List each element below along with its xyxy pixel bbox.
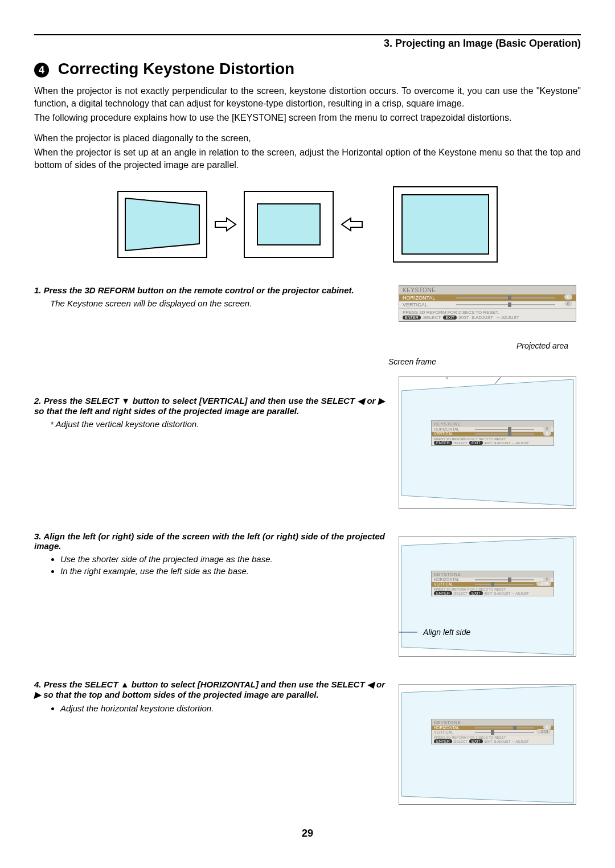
svg-marker-6	[401, 538, 573, 655]
step2-note: * Adjust the vertical keystone distortio…	[50, 419, 385, 429]
step-4: 4. Press the SELECT ▲ button to select […	[34, 679, 581, 805]
keystone-diagram-row	[34, 186, 581, 263]
intro-text: When the projector is not exactly perpen…	[34, 85, 581, 171]
step4-instruction: 4. Press the SELECT ▲ button to select […	[34, 679, 385, 700]
vertical-slider: 0	[453, 302, 572, 307]
page-title: 4 Correcting Keystone Distortion	[34, 60, 581, 78]
header-rule	[34, 34, 581, 35]
step1-note: The Keystone screen will be displayed on…	[50, 298, 385, 308]
mini-menu-step2: KEYSTONE HORIZONTAL 0 VERTICAL 0 PRESS 3…	[431, 420, 554, 446]
mini-menu-step3: KEYSTONE HORIZONTAL 0 VERTICAL -244 PRES…	[431, 571, 554, 596]
svg-marker-2	[402, 195, 489, 254]
label-projected-area: Projected area	[516, 341, 568, 350]
step-2: 2. Press the SELECT ▼ button to select […	[34, 345, 581, 509]
screen-frame-step4: KEYSTONE HORIZONTAL 0 VERTICAL -244 PRES…	[399, 684, 576, 805]
svg-line-5	[495, 377, 519, 384]
step-number-icon: 4	[34, 63, 49, 77]
arrow-left-icon	[341, 216, 363, 233]
intro-p1: When the projector is not exactly perpen…	[34, 85, 581, 109]
menu-title: KEYSTONE	[399, 286, 576, 294]
step3-instruction: 3. Align the left (or right) side of the…	[34, 531, 385, 551]
screen-frame-box: KEYSTONE HORIZONTAL 0 VERTICAL 0 PRESS 3…	[399, 376, 576, 509]
step2-figure: Projected area Screen frame KEYSTONE HOR…	[399, 345, 581, 509]
svg-marker-0	[125, 198, 199, 251]
section-header: 3. Projecting an Image (Basic Operation)	[34, 38, 581, 50]
step2-instruction: 2. Press the SELECT ▼ button to select […	[34, 396, 385, 416]
projected-trapezoid-step3	[399, 537, 576, 656]
step3-bullets: Use the shorter side of the projected im…	[60, 554, 385, 576]
step-3: 3. Align the left (or right) side of the…	[34, 531, 581, 657]
step4-bullets: Adjust the horizontal keystone distortio…	[60, 703, 385, 713]
label-screen-frame: Screen frame	[388, 357, 436, 366]
label-align-left: Align left side	[423, 628, 470, 637]
menu-footer: PRESS 3D REFORM FOR 2 SECS TO RESET. ENT…	[399, 308, 576, 321]
intro-p3: When the projector is placed diagonally …	[34, 132, 581, 145]
horizontal-slider: 0	[453, 296, 572, 300]
trapezoid-box-left	[117, 191, 207, 258]
projected-trapezoid-step4	[399, 685, 576, 804]
corrected-box	[393, 186, 498, 263]
screen-frame-step3: KEYSTONE HORIZONTAL 0 VERTICAL -244 PRES…	[399, 536, 576, 657]
arrow-right-icon	[214, 216, 237, 233]
svg-marker-8	[401, 686, 573, 803]
intro-p4: When the projector is set up at an angle…	[34, 146, 581, 171]
step-1: 1. Press the 3D REFORM button on the rem…	[34, 285, 581, 322]
mini-menu-step4: KEYSTONE HORIZONTAL 0 VERTICAL -244 PRES…	[431, 719, 554, 744]
intro-p2: The following procedure explains how to …	[34, 112, 581, 124]
menu-row-vertical: VERTICAL 0	[399, 301, 576, 308]
page-number: 29	[34, 828, 581, 840]
menu-row-horizontal: HORIZONTAL 0	[399, 294, 576, 301]
svg-marker-1	[257, 204, 320, 245]
trapezoid-box-mid	[244, 191, 334, 258]
step1-instruction: 1. Press the 3D REFORM button on the rem…	[34, 285, 385, 295]
step3-figure: KEYSTONE HORIZONTAL 0 VERTICAL -244 PRES…	[399, 531, 581, 657]
step4-figure: KEYSTONE HORIZONTAL 0 VERTICAL -244 PRES…	[399, 679, 581, 805]
step1-figure: KEYSTONE HORIZONTAL 0 VERTICAL 0	[399, 285, 581, 322]
keystone-menu-panel: KEYSTONE HORIZONTAL 0 VERTICAL 0	[399, 285, 576, 322]
title-text: Correcting Keystone Distortion	[58, 60, 294, 77]
